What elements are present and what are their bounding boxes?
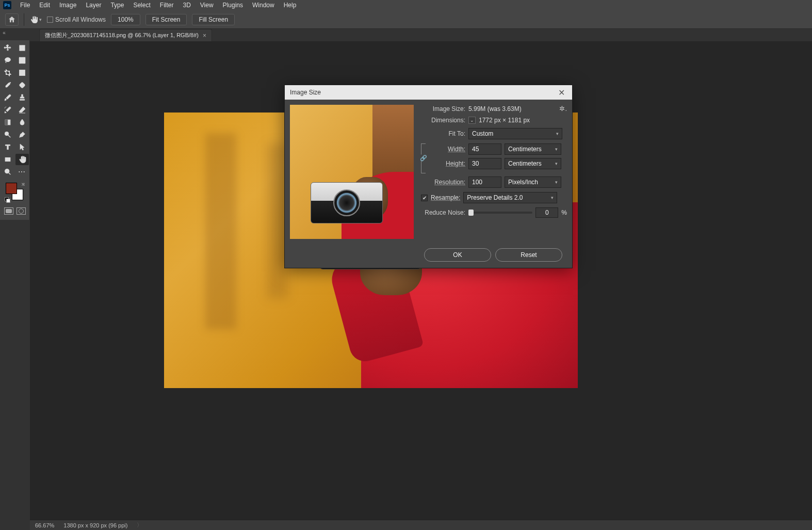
pen-tool[interactable] (15, 129, 29, 140)
resolution-input[interactable] (468, 176, 501, 188)
crop-tool[interactable] (1, 67, 14, 78)
color-swatches[interactable]: ⤭ (5, 182, 25, 202)
gear-icon[interactable]: ✲. (559, 105, 567, 113)
resample-checkbox[interactable]: ✔ (421, 195, 428, 201)
fit-screen-button[interactable]: Fit Screen (145, 14, 187, 25)
slider-thumb[interactable] (468, 210, 474, 216)
checkbox-icon (47, 17, 53, 23)
lasso-tool[interactable] (1, 55, 14, 66)
menu-file[interactable]: File (15, 1, 35, 10)
edit-toolbar[interactable]: ⋯ (15, 166, 29, 178)
foreground-color[interactable] (6, 183, 17, 194)
healing-tool[interactable] (15, 79, 29, 91)
status-doc-info[interactable]: 1380 px x 920 px (96 ppi) (63, 522, 127, 528)
hand-tool[interactable] (15, 154, 29, 165)
quickmask-mode-icon[interactable] (17, 207, 26, 215)
document-tab-title: 微信图片_20230817145118.png @ 66.7% (Layer 1… (45, 31, 199, 39)
eraser-tool[interactable] (15, 104, 29, 116)
frame-tool[interactable] (15, 67, 29, 78)
svg-point-1 (5, 58, 10, 62)
status-zoom[interactable]: 66.67% (35, 522, 54, 528)
history-brush-tool[interactable] (1, 104, 14, 116)
height-input[interactable] (468, 158, 501, 169)
dialog-titlebar[interactable]: Image Size ✕ (285, 85, 572, 100)
move-tool[interactable] (1, 42, 14, 54)
gradient-tool[interactable] (1, 117, 14, 128)
menu-select[interactable]: Select (128, 1, 155, 10)
close-icon[interactable]: ✕ (556, 88, 567, 98)
menu-window[interactable]: Window (248, 1, 279, 10)
collapse-panels-icon[interactable]: « (0, 29, 8, 36)
svg-rect-6 (5, 120, 7, 125)
standard-mode-icon[interactable] (4, 207, 13, 215)
chevron-down-icon: ▾ (556, 131, 559, 136)
constrain-proportions[interactable]: 🔗 (421, 143, 428, 172)
default-colors-icon[interactable] (5, 197, 10, 202)
menu-3d[interactable]: 3D (178, 1, 195, 10)
svg-point-7 (5, 132, 8, 136)
reset-button[interactable]: Reset (495, 248, 562, 262)
dialog-preview[interactable] (290, 105, 414, 239)
menu-plugins[interactable]: Plugins (218, 1, 248, 10)
object-select-tool[interactable] (15, 55, 29, 66)
document-tab[interactable]: 微信图片_20230817145118.png @ 66.7% (Layer 1… (39, 29, 212, 41)
height-unit-select[interactable]: Centimeters▾ (505, 158, 561, 169)
rectangle-tool[interactable] (1, 154, 14, 165)
type-tool[interactable] (1, 141, 14, 153)
height-label: Height: (429, 160, 465, 167)
stamp-tool[interactable] (15, 92, 29, 103)
home-button[interactable] (5, 13, 19, 26)
menu-view[interactable]: View (196, 1, 218, 10)
dialog-title: Image Size (290, 89, 321, 96)
width-unit-select[interactable]: Centimeters▾ (505, 143, 561, 155)
resolution-unit-select[interactable]: Pixels/Inch▾ (505, 176, 561, 188)
menu-filter[interactable]: Filter (155, 1, 178, 10)
close-icon[interactable]: × (203, 32, 206, 39)
svg-point-9 (5, 169, 9, 173)
hand-tool-icon[interactable]: ▾ (29, 13, 42, 26)
resample-select[interactable]: Preserve Details 2.0▾ (463, 192, 557, 203)
image-size-label: Image Size: (421, 105, 465, 113)
scroll-all-label: Scroll All Windows (55, 16, 106, 23)
menu-type[interactable]: Type (106, 1, 128, 10)
chevron-down-icon: ▾ (551, 195, 554, 200)
menu-image[interactable]: Image (55, 1, 81, 10)
menu-layer[interactable]: Layer (81, 1, 106, 10)
reduce-noise-value[interactable]: 0 (535, 207, 558, 218)
path-select-tool[interactable] (15, 141, 29, 153)
brush-tool[interactable] (1, 92, 14, 103)
swap-colors-icon[interactable]: ⤭ (21, 182, 25, 187)
menu-help[interactable]: Help (279, 1, 301, 10)
zoom-tool[interactable] (1, 166, 14, 178)
dimensions-unit-toggle[interactable]: ⌄ (468, 117, 476, 124)
dodge-tool[interactable] (1, 129, 14, 140)
percent-label: % (561, 209, 567, 216)
chevron-right-icon[interactable]: 〉 (137, 521, 142, 529)
app-icon: Ps (3, 1, 11, 9)
dimensions-value: 1772 px × 1181 px (479, 117, 530, 124)
rect-marquee-tool[interactable] (15, 42, 29, 54)
document-tab-bar: 微信图片_20230817145118.png @ 66.7% (Layer 1… (30, 29, 812, 41)
blur-tool[interactable] (15, 117, 29, 128)
image-size-dialog: Image Size ✕ Image Size: 5.99M (was 3.63… (284, 85, 573, 268)
zoom-100-button[interactable]: 100% (111, 14, 140, 25)
eyedropper-tool[interactable] (1, 79, 14, 91)
resolution-label: Resolution: (421, 179, 465, 186)
chevron-down-icon: ▾ (555, 180, 558, 185)
width-label: Width: (429, 146, 465, 153)
svg-rect-0 (19, 45, 25, 51)
options-bar: ▾ Scroll All Windows 100% Fit Screen Fil… (0, 10, 812, 29)
image-size-value: 5.99M (was 3.63M) (468, 105, 522, 113)
svg-rect-8 (5, 158, 10, 162)
scroll-all-windows-checkbox[interactable]: Scroll All Windows (47, 16, 106, 23)
width-input[interactable] (468, 143, 501, 155)
separator (24, 13, 24, 26)
fit-to-select[interactable]: Custom▾ (468, 128, 562, 139)
reduce-noise-slider[interactable] (468, 212, 532, 214)
tools-panel: ⋯ ⤭ (0, 40, 30, 220)
ok-button[interactable]: OK (424, 248, 491, 262)
fill-screen-button[interactable]: Fill Screen (192, 14, 235, 25)
menu-edit[interactable]: Edit (35, 1, 55, 10)
resample-label: Resample: (431, 194, 460, 201)
chevron-down-icon: ▾ (555, 161, 558, 166)
